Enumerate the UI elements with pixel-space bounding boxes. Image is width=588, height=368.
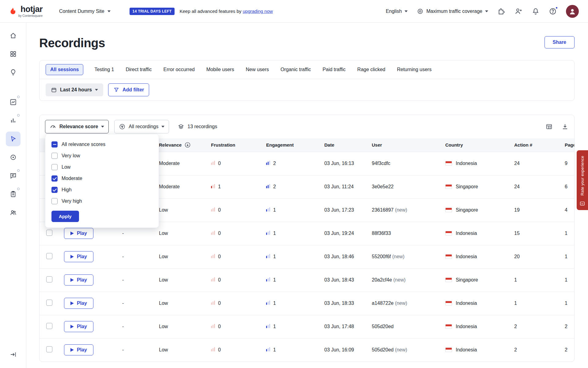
- col-page[interactable]: Page: [562, 138, 574, 152]
- row-checkbox[interactable]: [46, 346, 52, 352]
- invite-user-button[interactable]: [514, 7, 522, 15]
- col-country[interactable]: Country: [442, 138, 511, 152]
- play-button[interactable]: Play: [64, 228, 93, 239]
- all-recordings-filter-button[interactable]: All recordings: [114, 120, 169, 133]
- tab-direct-traffic[interactable]: Direct traffic: [125, 64, 152, 75]
- col-date[interactable]: Date: [321, 138, 369, 152]
- play-icon: [70, 255, 74, 259]
- row-checkbox[interactable]: [46, 230, 52, 236]
- engagement-cell: 2: [263, 175, 321, 198]
- tab-paid-traffic[interactable]: Paid traffic: [322, 64, 346, 75]
- sort-descending-icon[interactable]: [184, 142, 191, 148]
- sidebar-item-surveys[interactable]: [6, 187, 21, 201]
- tab-returning-users[interactable]: Returning users: [396, 64, 432, 75]
- country-flag-icon: [445, 161, 452, 166]
- integrations-button[interactable]: [497, 7, 505, 15]
- sidebar-item-feedback[interactable]: [6, 168, 21, 183]
- checkbox-indeterminate[interactable]: [51, 141, 58, 148]
- share-button[interactable]: Share: [545, 36, 575, 48]
- date-range-button[interactable]: Last 24 hours: [46, 83, 103, 96]
- sidebar-item-funnels[interactable]: [6, 113, 21, 128]
- date-cell: 03 Jun, 19:24: [321, 222, 369, 245]
- recordings-count: 13 recordings: [178, 123, 217, 130]
- score-cell: -: [119, 245, 156, 268]
- tab-error-occurred[interactable]: Error occurred: [163, 64, 195, 75]
- play-button[interactable]: Play: [64, 274, 93, 286]
- checkbox-checked[interactable]: [51, 175, 58, 182]
- relevance-option-very-low[interactable]: Very low: [51, 150, 153, 161]
- tab-new-users[interactable]: New users: [245, 64, 270, 75]
- traffic-coverage-selector[interactable]: Maximum traffic coverage: [417, 8, 488, 15]
- col-user[interactable]: User: [369, 138, 442, 152]
- relevance-option-high[interactable]: High: [51, 184, 153, 195]
- avatar[interactable]: [566, 5, 579, 18]
- sidebar-item-insights[interactable]: [6, 65, 21, 80]
- download-button[interactable]: [561, 123, 569, 130]
- row-checkbox[interactable]: [46, 300, 52, 306]
- notifications-button[interactable]: [532, 7, 540, 15]
- add-filter-button[interactable]: Add filter: [108, 83, 149, 96]
- play-button[interactable]: Play: [64, 298, 93, 309]
- bell-icon: [532, 7, 540, 15]
- sidebar-item-trends[interactable]: [6, 95, 21, 109]
- play-button[interactable]: Play: [64, 321, 93, 332]
- date-cell: 03 Jun, 16:13: [321, 152, 369, 175]
- date-range-label: Last 24 hours: [60, 87, 92, 93]
- engagement-cell: 1: [263, 315, 321, 338]
- row-checkbox[interactable]: [46, 276, 52, 282]
- relevance-score-filter-button[interactable]: Relevance score: [45, 120, 109, 133]
- manage-columns-button[interactable]: [545, 123, 553, 130]
- relevance-option-low[interactable]: Low: [51, 161, 153, 173]
- country-cell: Singapore: [442, 198, 511, 222]
- sidebar-item-recordings[interactable]: [6, 132, 21, 146]
- chevron-down-icon: [107, 10, 111, 12]
- notification-dot: [17, 188, 20, 190]
- apply-button[interactable]: Apply: [51, 211, 79, 222]
- col-action[interactable]: Action #: [511, 138, 562, 152]
- frustration-cell: 1: [208, 175, 263, 198]
- row-checkbox[interactable]: [46, 253, 52, 259]
- notification-dot: [17, 96, 20, 98]
- sidebar-collapse-button[interactable]: [6, 347, 21, 362]
- language-selector[interactable]: English: [386, 9, 408, 14]
- checkbox-checked[interactable]: [51, 187, 58, 193]
- play-button[interactable]: Play: [64, 344, 93, 355]
- trial-message-text: Keep all advanced features by: [179, 9, 241, 14]
- row-checkbox[interactable]: [46, 323, 52, 329]
- checkbox-unchecked[interactable]: [51, 198, 58, 204]
- pages-cell: 1: [562, 245, 574, 268]
- frustration-cell: 0: [208, 152, 263, 175]
- option-label: Very low: [62, 153, 80, 159]
- recording-row: Play-Low0103 Jun, 18:4320a2cf4e (new)Sin…: [40, 268, 574, 292]
- tab-mobile-users[interactable]: Mobile users: [206, 64, 235, 75]
- rate-experience-tab[interactable]: Rate your experience: [577, 150, 588, 210]
- user-cell: 23616897 (new): [369, 198, 442, 222]
- site-selector[interactable]: Content Dummy Site: [59, 9, 111, 14]
- sidebar-item-heatmaps[interactable]: [6, 150, 21, 165]
- dashboard-icon: [9, 50, 17, 58]
- relevance-option-all-relevance-scores[interactable]: All relevance scores: [51, 139, 153, 150]
- relevance-option-moderate[interactable]: Moderate: [51, 173, 153, 184]
- checkbox-unchecked[interactable]: [51, 153, 58, 159]
- tab-testing-1[interactable]: Testing 1: [94, 64, 115, 75]
- sidebar-item-users[interactable]: [6, 205, 21, 220]
- col-frustration[interactable]: Frustration: [208, 138, 263, 152]
- tab-organic-traffic[interactable]: Organic traffic: [280, 64, 311, 75]
- hotjar-logo[interactable]: hotjar by Contentsquare: [8, 5, 43, 17]
- relevance-option-very-high[interactable]: Very high: [51, 195, 153, 207]
- tab-all-sessions[interactable]: All sessions: [46, 64, 83, 75]
- download-icon: [561, 123, 569, 130]
- tab-rage-clicked[interactable]: Rage clicked: [357, 64, 386, 75]
- chevron-down-icon: [95, 89, 98, 91]
- actions-cell: 1: [511, 292, 562, 315]
- play-button[interactable]: Play: [64, 251, 93, 262]
- recording-row: Play-Low0103 Jun, 17:48505d20edIndonesia…: [40, 315, 574, 338]
- user-cell: 3e0e5e22: [369, 175, 442, 198]
- col-engagement[interactable]: Engagement: [263, 138, 321, 152]
- help-button[interactable]: [549, 7, 557, 15]
- col-relevance[interactable]: Relevance: [159, 142, 182, 148]
- sidebar-item-home[interactable]: [6, 28, 21, 43]
- sidebar-item-dashboard[interactable]: [6, 47, 21, 61]
- checkbox-unchecked[interactable]: [51, 164, 58, 170]
- upgrade-link[interactable]: upgrading now: [243, 9, 273, 14]
